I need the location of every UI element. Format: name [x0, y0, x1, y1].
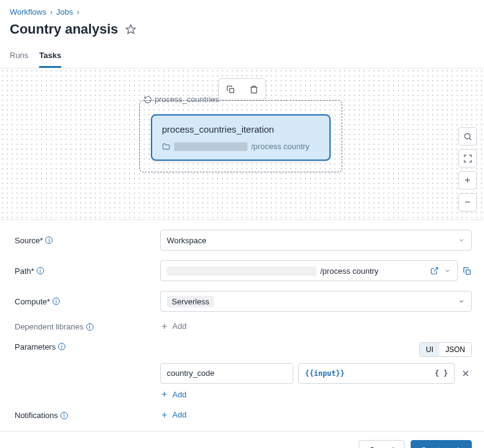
dep-libs-label: Dependent librariesi — [15, 322, 160, 331]
braces-icon[interactable]: { } — [435, 369, 448, 378]
chevron-down-icon — [458, 298, 465, 305]
path-suffix: /process country — [320, 266, 378, 276]
compute-label: Compute*i — [15, 297, 160, 306]
page-title: Country analysis — [10, 21, 118, 37]
compute-select[interactable]: Serverless — [160, 291, 472, 312]
compute-value: Serverless — [167, 296, 214, 307]
delete-button[interactable] — [242, 79, 265, 100]
plus-icon — [160, 411, 169, 419]
add-dep-lib-button[interactable]: Add — [160, 321, 186, 331]
zoom-in-button[interactable]: + — [458, 171, 477, 189]
info-icon[interactable]: i — [37, 267, 44, 274]
info-icon[interactable]: i — [45, 237, 53, 244]
zoom-out-button[interactable]: − — [458, 193, 477, 211]
info-icon[interactable]: i — [86, 323, 94, 331]
tab-runs[interactable]: Runs — [10, 46, 28, 68]
task-card-title: process_countries_iteration — [162, 124, 320, 134]
task-card-path: /process country — [162, 142, 320, 151]
chevron-down-icon — [458, 237, 465, 244]
remove-param-button[interactable] — [460, 367, 472, 380]
chevron-right-icon: › — [50, 7, 53, 17]
star-icon[interactable] — [125, 24, 136, 35]
breadcrumb: Workflows › Jobs › — [10, 7, 474, 17]
cancel-button[interactable]: Cancel — [359, 440, 404, 449]
search-button[interactable] — [458, 127, 477, 145]
source-value: Workspace — [167, 236, 207, 245]
svg-marker-0 — [127, 25, 136, 34]
svg-rect-1 — [229, 88, 233, 92]
folder-icon — [162, 142, 170, 151]
plus-icon — [160, 390, 169, 398]
toggle-ui[interactable]: UI — [420, 343, 439, 356]
notifications-label: Notificationsi — [15, 411, 160, 420]
path-input[interactable]: /process country — [160, 260, 458, 281]
svg-rect-3 — [466, 270, 471, 274]
loop-icon — [144, 95, 152, 104]
chevron-down-icon[interactable] — [444, 267, 451, 274]
add-param-button[interactable]: Add — [160, 390, 186, 399]
task-canvas[interactable]: process_countries process_countries_iter… — [0, 68, 484, 220]
loop-container: process_countries process_countries_iter… — [139, 100, 342, 172]
params-view-toggle: UI JSON — [419, 342, 472, 357]
redacted-path — [174, 142, 248, 151]
loop-label: process_countries — [144, 95, 219, 104]
toggle-json[interactable]: JSON — [439, 343, 471, 356]
path-label: Path*i — [15, 266, 160, 276]
source-select[interactable]: Workspace — [160, 230, 472, 251]
chevron-right-icon: › — [77, 7, 79, 17]
param-value-input[interactable]: {{input}} { } — [298, 363, 455, 384]
param-key-input[interactable]: country_code — [160, 363, 293, 384]
task-toolbar — [218, 78, 266, 100]
copy-button[interactable] — [219, 79, 242, 100]
plus-icon — [160, 322, 169, 331]
breadcrumb-jobs[interactable]: Jobs — [56, 7, 73, 17]
create-task-button[interactable]: Create task — [411, 440, 472, 449]
loop-name: process_countries — [155, 95, 219, 104]
source-label: Source*i — [15, 236, 160, 245]
copy-path-icon[interactable] — [463, 266, 472, 276]
fullscreen-button[interactable] — [458, 149, 477, 167]
svg-point-2 — [464, 133, 470, 139]
breadcrumb-workflows[interactable]: Workflows — [10, 7, 46, 17]
info-icon[interactable]: i — [61, 412, 68, 419]
params-label: Parametersi — [15, 342, 160, 351]
add-notification-button[interactable]: Add — [160, 410, 186, 419]
info-icon[interactable]: i — [58, 343, 65, 350]
task-card[interactable]: process_countries_iteration /process cou… — [151, 114, 331, 161]
redacted-path — [167, 266, 317, 276]
task-card-path-suffix: /process country — [251, 142, 309, 151]
external-link-icon[interactable] — [430, 266, 439, 275]
info-icon[interactable]: i — [53, 298, 60, 305]
tab-tasks[interactable]: Tasks — [39, 46, 61, 68]
